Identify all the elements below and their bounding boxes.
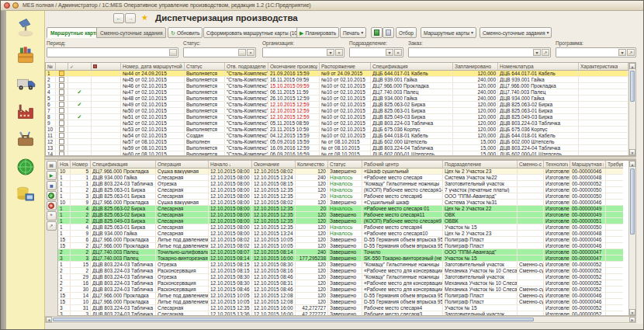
column-header-end[interactable]: Окончание <box>252 161 296 168</box>
row-checkbox[interactable] <box>59 89 64 95</box>
column-header-qty[interactable]: Количество <box>296 161 328 168</box>
operations-table[interactable]: Ном...Номер оп...СпецификацияОперацияНач… <box>58 161 623 315</box>
column-header-shift[interactable]: Сменно-сут... <box>518 161 544 168</box>
row-checkbox[interactable] <box>59 102 64 107</box>
route-cards-menu-button[interactable]: Маршрутные карты▾ <box>421 27 476 38</box>
column-header-n1[interactable]: Ном... <box>58 161 71 168</box>
column-header-number_date[interactable]: Номер, дата маршрутной кар... <box>121 63 185 71</box>
back-button[interactable]: ← <box>113 13 124 23</box>
row-checkbox[interactable] <box>59 151 64 155</box>
table-row[interactable]: 8✓№51 от 02.10.2015Выполняется"Сталь-Ком… <box>46 114 630 120</box>
row-checkbox[interactable] <box>59 71 64 76</box>
table-row[interactable]: 33ДЦВ 803.224-03 ТабличкаСлесарная12.10.… <box>58 311 623 315</box>
row-checkbox[interactable] <box>59 145 64 151</box>
close-icon[interactable] <box>4 2 10 9</box>
scroll-thumb[interactable] <box>53 318 534 321</box>
scroll-right-icon[interactable]: ► <box>629 317 635 322</box>
table-row[interactable]: 22ДЦВ 803.224-03 ТабличкаРасконсервация1… <box>58 268 623 274</box>
table-row[interactable]: 14ДЦВ 825.063-01 БиркаСлесарная12.10.201… <box>58 224 623 231</box>
column-header-tech[interactable]: Технологиче... <box>544 161 570 168</box>
period-input[interactable]: … <box>47 47 178 57</box>
column-header-spec[interactable]: Спецификация <box>91 161 156 168</box>
row-checkbox[interactable] <box>59 133 64 138</box>
table-row[interactable]: 156ДЦ7.966.000 ПрокладкаЛитье под давлен… <box>58 237 623 243</box>
column-header-num[interactable]: № <box>46 63 56 71</box>
shift-tasks-menu-button[interactable]: Сменно-суточные задания▾ <box>480 27 552 38</box>
column-header-op[interactable]: Операция <box>156 161 209 168</box>
scroll-up-icon[interactable]: ▲ <box>629 161 635 167</box>
table-row[interactable]: 14№60 от 08.10.2015Выполняется"Сталь-Ком… <box>46 151 630 155</box>
table-row[interactable]: 11№54 от 02.10.2015Создан"Сталь-Комплекс… <box>46 133 630 139</box>
sidebar-item-logistics[interactable] <box>14 71 37 95</box>
table-row[interactable]: 230ДЦВ 803.224-03 ТабличкаРасконсервация… <box>58 287 623 293</box>
table-row[interactable]: 11ДЦВ 934.000 ГайкаСлесарная12.10.2015 0… <box>58 175 623 181</box>
table-row[interactable]: 1№44 от 24.09.2015Выполняется"Сталь-Комп… <box>46 71 630 77</box>
table-row[interactable]: 1510ДЦ7.966.000 ПрокладкаЛитье под давле… <box>58 299 623 305</box>
table-row[interactable]: 3№46 от 02.10.2015Выполняется"Сталь-Комп… <box>46 83 630 89</box>
table-row[interactable]: 115ДЦВ 803.224-03 ТабличкаОтрезка12.10.2… <box>58 262 623 268</box>
row-checkbox[interactable] <box>59 114 64 120</box>
sidebar-item-tools[interactable] <box>14 127 37 151</box>
column-header-status[interactable]: Статус <box>328 161 362 168</box>
column-header-dept[interactable]: Отв. подразделение <box>225 63 268 71</box>
sidebar-item-desktop[interactable] <box>14 16 37 39</box>
pause-operation-button[interactable]: ▮▮ <box>47 181 57 190</box>
scroll-down-icon[interactable]: ▼ <box>629 149 635 155</box>
row-checkbox[interactable] <box>59 127 64 132</box>
clear-icon[interactable]: × <box>394 49 402 56</box>
open-icon[interactable]: ↗ <box>542 49 549 56</box>
select-icon[interactable]: ▾ <box>327 49 334 56</box>
minimize-icon[interactable] <box>12 2 19 9</box>
column-header-card[interactable]: Маршрутная ка... <box>570 161 606 168</box>
table-row[interactable]: 12ДЦВ 825.063-01 БиркаСлесарная12.10.201… <box>58 187 623 193</box>
column-header-nomen[interactable]: Номенклатура <box>498 63 579 71</box>
table-row[interactable]: 12ДЦВ 825.049-03 БиркаСлесарная12.10.201… <box>58 218 623 224</box>
table-row[interactable]: 331ДЦВ 803.224-03 ТабличкаСлесарная12.10… <box>58 305 623 311</box>
print-button[interactable]: Печать▾ <box>340 27 366 38</box>
scroll-thumb[interactable] <box>630 71 635 102</box>
column-header-ot[interactable]: Требует ОТ <box>606 161 623 168</box>
clear-icon[interactable]: × <box>335 49 343 56</box>
select-icon[interactable]: ▾ <box>386 49 393 56</box>
table-row[interactable]: 1514ДЦ7.966.000 ПрокладкаЛитье под давле… <box>58 293 623 299</box>
order-input[interactable]: ▾↗ <box>408 47 551 57</box>
table-row[interactable]: 4✓№47 от 02.10.2015Выполняется"Сталь-Ком… <box>46 89 630 96</box>
table-row[interactable]: 129ДЦВ 803.224-03 ТабличкаОтрезка12.10.2… <box>58 274 623 280</box>
scroll-up-icon[interactable]: ▲ <box>629 63 635 69</box>
choose-icon[interactable]: … <box>169 49 177 56</box>
report-button[interactable] <box>371 27 383 38</box>
table-row[interactable]: 2№45 от 02.10.2015Выполняется"Сталь-Комп… <box>46 77 630 83</box>
actions-menu-button[interactable]: ▤ <box>47 161 57 170</box>
scroll-thumb[interactable] <box>630 168 635 234</box>
column-header-order[interactable]: Распоряжение <box>320 63 371 71</box>
table-row[interactable]: 109ДЦ7.966.000 ПрокладкаСушка вакуумная1… <box>58 200 623 206</box>
column-header-end[interactable]: Окончание производства <box>268 63 320 71</box>
status-input[interactable]: …× <box>183 47 256 57</box>
table-row[interactable]: 14ДЦВ 825.063-02 БиркаСлесарная12.10.201… <box>58 206 623 212</box>
department-input[interactable]: ▾× <box>349 47 403 57</box>
open-icon[interactable]: ↗ <box>627 49 635 56</box>
tab-shift-tasks[interactable]: Сменно-суточные задания <box>96 27 166 38</box>
clear-icon[interactable]: × <box>247 49 254 56</box>
row-checkbox[interactable] <box>59 108 64 113</box>
table-row[interactable]: 7№50 от 02.10.2015Выполняется"Сталь-Комп… <box>46 108 630 114</box>
table-row[interactable]: 9№52 от 02.10.2015Выполняется"Сталь-Комп… <box>46 120 630 127</box>
column-header-checked[interactable] <box>56 63 68 71</box>
column-header-start[interactable]: Начало↓ <box>209 161 252 168</box>
settings-button[interactable]: * <box>47 211 57 221</box>
open-document-button[interactable]: ↗ <box>47 221 57 231</box>
refresh-button[interactable]: ↻Обновить <box>168 27 203 38</box>
favorite-star-icon[interactable]: ★ <box>141 13 148 22</box>
choose-icon[interactable]: … <box>238 49 246 56</box>
organization-input[interactable]: ▾× <box>262 47 345 57</box>
route-cards-table[interactable]: №✓Номер, дата маршрутной кар...СтатусОтв… <box>46 63 630 155</box>
column-header-spec[interactable]: Спецификация <box>371 63 453 71</box>
table-row[interactable]: 105ДЦ7.966.000 ПрокладкаСушка вакуумная1… <box>58 168 623 175</box>
table-row[interactable]: 216ДЦВ 803.224-03 ТабличкаРасконсервация… <box>58 280 623 287</box>
select-icon[interactable]: ▾ <box>533 49 541 56</box>
cancel-operation-button[interactable]: × <box>47 201 57 210</box>
vertical-scrollbar[interactable]: ▲ ▼ <box>628 63 635 155</box>
filter-button[interactable]: Отбор <box>396 27 417 38</box>
table-row[interactable]: 33ДЦ7.740.003 ПалецТокарно-винторезная12… <box>58 255 623 262</box>
column-header-flag[interactable]: ✓ <box>68 63 92 71</box>
